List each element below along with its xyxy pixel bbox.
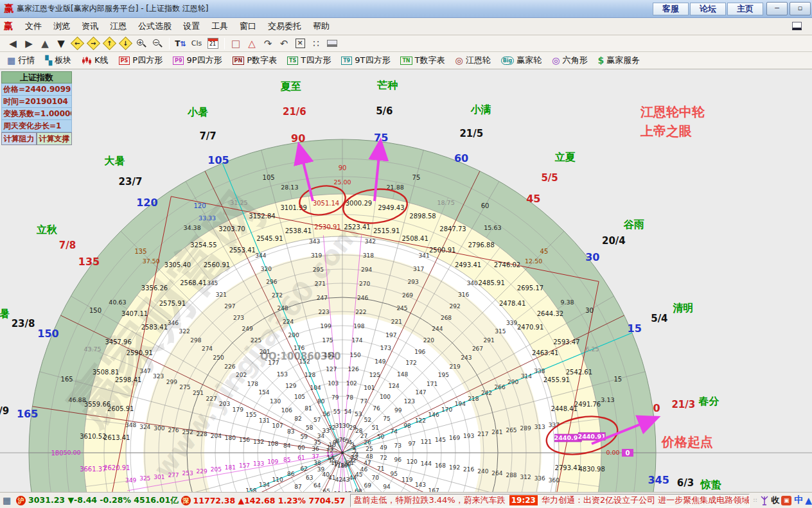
sectors-button[interactable]: ▚板块: [43, 53, 73, 67]
diamond-up-button[interactable]: ↑: [102, 37, 117, 51]
svg-text:0: 0: [653, 402, 660, 414]
calendar-button[interactable]: 21: [205, 37, 220, 51]
statusbar-right-icons: ∶∶ 收 ▣ 中 ▲: [754, 495, 812, 506]
menu-item-工具[interactable]: 工具: [206, 19, 234, 34]
svg-text:54: 54: [344, 408, 352, 415]
quotes-button[interactable]: ▦行情: [5, 53, 37, 67]
zoom-out-button[interactable]: −: [150, 37, 165, 51]
svg-text:225: 225: [251, 337, 261, 344]
svg-text:196: 196: [414, 349, 425, 355]
calc-button-0[interactable]: 计算阻力: [1, 132, 37, 145]
p-square-button[interactable]: PSP四方形: [117, 53, 164, 67]
app-tray-icon-arrow[interactable]: ▲: [805, 495, 812, 505]
9t-square-button[interactable]: T99T四方形: [339, 53, 392, 67]
shanghai-index[interactable]: 3031.23 ▼-8.44 -0.28% 4516.01亿: [28, 495, 179, 506]
square-tool-button[interactable]: □: [228, 37, 243, 51]
shenzhen-index[interactable]: 11772.38 ▲142.68 1.23% 7704.57: [193, 496, 346, 505]
news-ticker[interactable]: 盘前走低，特斯拉跌3.44%，蔚来汽车跌 19:23 华力创通：出资2亿设立子公…: [350, 494, 749, 507]
calc-button-1[interactable]: 计算支撑: [37, 132, 72, 145]
kline-button[interactable]: K线: [80, 53, 110, 67]
p-table-label: P数字表: [247, 55, 277, 66]
gann-wheel-chart[interactable]: 赢家财富网www.yingjia360.comQQ:10086036012345…: [0, 69, 812, 492]
svg-text:60: 60: [454, 152, 468, 164]
triangle-tool-button[interactable]: △: [244, 37, 260, 51]
svg-text:7/8: 7/8: [59, 240, 76, 251]
delete-box-button[interactable]: ×: [292, 37, 308, 51]
titlebar-link-论坛[interactable]: 论坛: [690, 3, 726, 15]
svg-text:95: 95: [391, 471, 398, 477]
svg-text:15: 15: [614, 376, 622, 383]
svg-text:立秋: 立秋: [36, 223, 58, 236]
diamond-left-button[interactable]: ←: [69, 37, 85, 51]
svg-text:241: 241: [491, 429, 502, 435]
diamond-down-button[interactable]: ↓: [118, 37, 133, 51]
app-tray-icon-red[interactable]: ▣: [781, 496, 791, 505]
svg-text:15.63: 15.63: [484, 224, 501, 231]
svg-text:47: 47: [364, 460, 371, 466]
svg-text:34: 34: [317, 433, 325, 439]
menu-item-资讯[interactable]: 资讯: [76, 19, 104, 34]
mdi-window-icon[interactable]: [792, 22, 802, 30]
svg-text:75: 75: [374, 132, 388, 144]
menu-item-交易委托[interactable]: 交易委托: [262, 19, 307, 34]
menu-item-窗口[interactable]: 窗口: [234, 19, 262, 34]
t-table-button[interactable]: TNT数字表: [398, 53, 446, 67]
svg-text:37.50: 37.50: [143, 258, 160, 265]
titlebar-link-主页[interactable]: 主页: [727, 3, 763, 15]
rotate-ccw-button[interactable]: ↶: [276, 37, 292, 51]
t-square-button[interactable]: TST四方形: [285, 53, 333, 67]
svg-text:324: 324: [139, 424, 150, 430]
diamond-right-button[interactable]: →: [85, 37, 101, 51]
gann-wheel-label: 江恩轮: [466, 55, 491, 66]
9t-square-icon: T9: [341, 57, 352, 65]
svg-text:2598.41: 2598.41: [115, 376, 141, 383]
p-square-label: P四方形: [132, 55, 163, 66]
maximize-button[interactable]: ▫: [790, 2, 811, 15]
9p-square-button[interactable]: P99P四方形: [171, 53, 224, 67]
app-tray-icon-zhong[interactable]: 中: [794, 495, 803, 506]
svg-text:2796.88: 2796.88: [468, 241, 494, 249]
minimize-button[interactable]: ─: [766, 2, 788, 15]
svg-text:79: 79: [331, 394, 339, 401]
zoom-in-button[interactable]: +: [134, 37, 149, 51]
svg-text:2545.91: 2545.91: [256, 235, 283, 242]
parameter-row-1: 时间=20190104: [1, 96, 72, 108]
t-updown-icon: T⇅: [175, 39, 186, 48]
svg-text:129: 129: [285, 383, 296, 389]
hexagon-button[interactable]: ◎六角形: [550, 53, 589, 67]
gann-wheel-button[interactable]: ◎江恩轮: [454, 53, 493, 67]
menu-item-江恩[interactable]: 江恩: [104, 19, 132, 34]
valley-mark-button[interactable]: ▼: [53, 37, 69, 51]
svg-text:240: 240: [477, 468, 488, 475]
titlebar-link-客服[interactable]: 客服: [653, 3, 689, 15]
menu-item-文件[interactable]: 文件: [19, 19, 48, 34]
menu-item-设置[interactable]: 设置: [177, 19, 206, 34]
svg-text:264: 264: [491, 470, 502, 477]
monitor-button[interactable]: [324, 37, 340, 51]
svg-text:3305.40: 3305.40: [164, 261, 191, 268]
svg-text:273: 273: [233, 315, 244, 321]
svg-text:265: 265: [506, 427, 516, 434]
t-updown-button[interactable]: T⇅: [173, 37, 188, 51]
menu-item-公式选股[interactable]: 公式选股: [132, 19, 177, 34]
quote-grid-icon[interactable]: ▦: [3, 495, 11, 505]
cls-button[interactable]: Cls: [189, 37, 204, 51]
parameter-rows: 价格=2440.9099时间=20190104变换系数=1.00000周天变化步…: [1, 83, 72, 132]
peak-mark-button[interactable]: ▲: [37, 37, 53, 51]
nav-left-button[interactable]: ◀: [5, 37, 21, 51]
svg-text:2553.41: 2553.41: [229, 247, 256, 254]
svg-text:171: 171: [427, 381, 437, 387]
nav-right-button[interactable]: ▶: [21, 37, 37, 51]
align-dots-button[interactable]: ∷: [308, 37, 324, 51]
svg-text:169: 169: [449, 435, 460, 441]
rotate-cw-button[interactable]: ↷: [260, 37, 276, 51]
svg-text:318: 318: [363, 252, 374, 259]
menu-item-浏览[interactable]: 浏览: [48, 19, 76, 34]
p-table-button[interactable]: PNP数字表: [231, 53, 279, 67]
winner-service-button[interactable]: $赢家服务: [596, 53, 642, 67]
menu-item-帮助[interactable]: 帮助: [307, 19, 335, 34]
svg-text:336: 336: [534, 475, 545, 482]
winner-wheel-button[interactable]: Big赢家轮: [499, 53, 544, 67]
svg-text:2530.91: 2530.91: [314, 223, 340, 231]
svg-text:21/6: 21/6: [283, 106, 306, 118]
